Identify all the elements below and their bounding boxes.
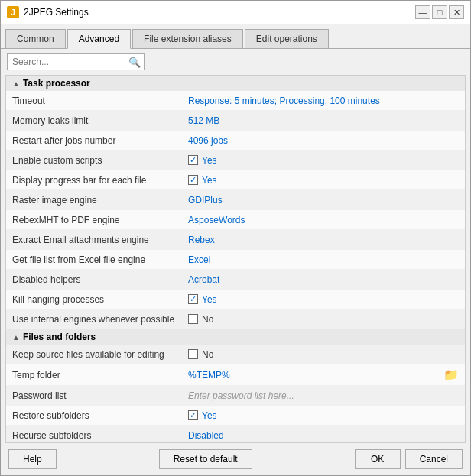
row-label: Recurse subfolders [12, 430, 188, 441]
checkbox-restore-subfolders[interactable] [188, 410, 198, 420]
row-label: Password list [12, 390, 188, 401]
section-files-folders: ▲ Files and folders [6, 329, 465, 345]
row-value: Yes [188, 410, 459, 421]
section-arrow: ▲ [12, 79, 20, 88]
section-title: Files and folders [23, 332, 96, 342]
row-password-list: Password list Enter password list here..… [6, 386, 465, 406]
row-label: Extract Email attachments engine [12, 235, 188, 245]
row-restart-jobs: Restart after jobs number 4096 jobs [6, 131, 465, 151]
checkbox-progress-bar[interactable] [188, 175, 198, 185]
row-label: Use internal engines whenever possible [12, 314, 188, 325]
title-bar: J 2JPEG Settings — □ ✕ [1, 1, 470, 24]
main-window: J 2JPEG Settings — □ ✕ Common Advanced F… [0, 0, 471, 476]
tab-file-extension-aliases[interactable]: File extension aliases [132, 29, 243, 48]
checkbox-kill-hanging[interactable] [188, 294, 198, 304]
tab-edit-operations[interactable]: Edit operations [245, 29, 329, 48]
app-icon: J [7, 6, 19, 18]
tab-bar: Common Advanced File extension aliases E… [1, 24, 470, 49]
reset-button[interactable]: Reset to default [159, 449, 252, 469]
row-value: No [188, 349, 459, 360]
help-button[interactable]: Help [8, 449, 57, 469]
close-button[interactable]: ✕ [449, 5, 464, 19]
row-value: Yes [188, 294, 459, 305]
row-value[interactable]: 4096 jobs [188, 135, 459, 146]
row-label: Memory leaks limit [12, 115, 188, 126]
title-left: J 2JPEG Settings [7, 6, 89, 18]
search-input[interactable] [7, 53, 145, 70]
row-raster-engine: Raster image engine GDIPlus [6, 190, 465, 210]
settings-list: ▲ Task processor Timeout Response: 5 min… [6, 76, 465, 442]
row-label: Enable custom scripts [12, 155, 188, 166]
row-keep-source: Keep source files available for editing … [6, 345, 465, 364]
row-value[interactable]: Response: 5 minutes; Processing: 100 min… [188, 96, 459, 106]
row-excel-engine: Get file list from Excel file engine Exc… [6, 250, 465, 270]
folder-browse-icon[interactable]: 📁 [443, 368, 459, 382]
checkbox-label: No [202, 314, 213, 325]
row-value[interactable]: Excel [188, 254, 459, 265]
row-disabled-helpers: Disabled helpers Acrobat [6, 270, 465, 290]
row-label: Temp folder [12, 370, 188, 380]
row-internal-engines: Use internal engines whenever possible N… [6, 309, 465, 329]
row-value: No [188, 314, 459, 325]
checkbox-internal-engines[interactable] [188, 314, 198, 324]
cancel-button[interactable]: Cancel [405, 449, 463, 469]
search-icon[interactable]: 🔍 [128, 57, 141, 68]
row-label: Get file list from Excel file engine [12, 254, 188, 265]
row-label: Display progress bar for each file [12, 175, 188, 186]
row-value[interactable]: Rebex [188, 235, 459, 245]
row-progress-bar: Display progress bar for each file Yes [6, 170, 465, 190]
row-restore-subfolders: Restore subfolders Yes [6, 406, 465, 426]
row-label: Keep source files available for editing [12, 349, 188, 360]
row-value[interactable]: AsposeWords [188, 215, 459, 225]
checkbox-label: Yes [202, 294, 217, 305]
row-kill-hanging: Kill hanging processes Yes [6, 290, 465, 309]
password-placeholder[interactable]: Enter password list here... [188, 390, 294, 401]
row-timeout: Timeout Response: 5 minutes; Processing:… [6, 91, 465, 111]
minimize-button[interactable]: — [415, 5, 430, 19]
ok-button[interactable]: OK [355, 449, 401, 469]
row-value[interactable]: 512 MB [188, 115, 459, 126]
content-area: ▲ Task processor Timeout Response: 5 min… [5, 75, 466, 443]
row-value: Enter password list here... [188, 390, 459, 401]
row-label: Kill hanging processes [12, 294, 188, 305]
maximize-button[interactable]: □ [432, 5, 447, 19]
row-rebex-pdf: RebexMHT to PDF engine AsposeWords [6, 210, 465, 230]
row-value: %TEMP% 📁 [188, 368, 459, 382]
row-temp-folder: Temp folder %TEMP% 📁 [6, 364, 465, 386]
section-task-processor: ▲ Task processor [6, 76, 465, 91]
row-label: RebexMHT to PDF engine [12, 215, 188, 225]
search-wrap: 🔍 [7, 53, 145, 70]
row-label: Restore subfolders [12, 410, 188, 421]
row-value[interactable]: Acrobat [188, 274, 459, 285]
search-bar: 🔍 [1, 49, 470, 75]
row-value: Yes [188, 175, 459, 186]
row-recurse-subfolders: Recurse subfolders Disabled [6, 426, 465, 442]
btn-group-right: OK Cancel [355, 449, 463, 469]
checkbox-label: Yes [202, 410, 217, 421]
row-custom-scripts: Enable custom scripts Yes [6, 151, 465, 170]
row-label: Timeout [12, 96, 188, 106]
window-controls: — □ ✕ [415, 5, 464, 19]
tab-advanced[interactable]: Advanced [67, 29, 131, 49]
checkbox-label: No [202, 349, 213, 360]
row-value[interactable]: Disabled [188, 430, 459, 441]
row-label: Raster image engine [12, 195, 188, 206]
checkbox-label: Yes [202, 155, 217, 166]
checkbox-label: Yes [202, 175, 217, 186]
temp-folder-value[interactable]: %TEMP% [188, 370, 230, 380]
row-label: Disabled helpers [12, 274, 188, 285]
row-value[interactable]: GDIPlus [188, 195, 459, 206]
checkbox-keep-source[interactable] [188, 349, 198, 359]
section-title: Task processor [23, 78, 90, 89]
window-title: 2JPEG Settings [24, 7, 89, 18]
row-email-attachments: Extract Email attachments engine Rebex [6, 230, 465, 250]
checkbox-custom-scripts[interactable] [188, 155, 198, 165]
row-value: Yes [188, 155, 459, 166]
tab-common[interactable]: Common [5, 29, 66, 48]
section-arrow: ▲ [12, 333, 20, 342]
bottom-bar: Help Reset to default OK Cancel [1, 443, 470, 475]
row-memory-leaks: Memory leaks limit 512 MB [6, 111, 465, 131]
row-label: Restart after jobs number [12, 135, 188, 146]
